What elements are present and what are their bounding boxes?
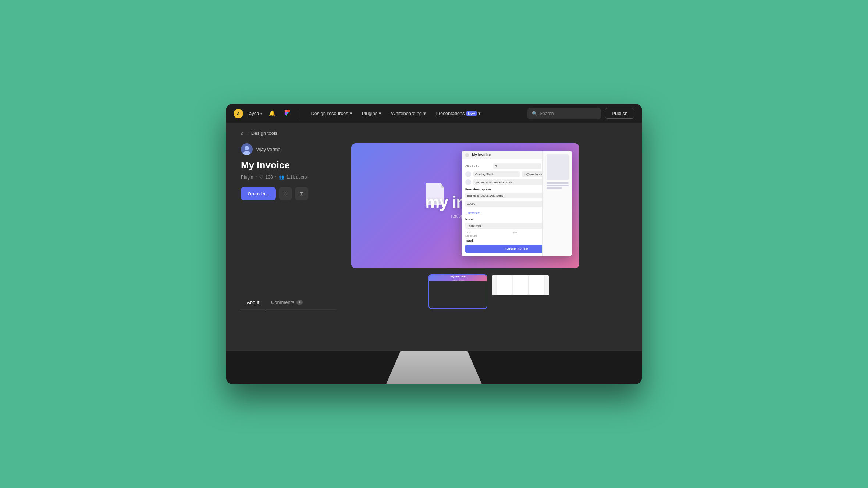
invoice-hash: $ (493, 163, 541, 169)
comments-badge: 4 (296, 300, 303, 305)
nav-link-presentations[interactable]: Presentations New ▾ (431, 108, 485, 118)
users-icon: 👥 (279, 175, 284, 180)
monitor-stand (386, 351, 482, 384)
address-icon (465, 179, 471, 185)
plugin-meta: Plugin • ♡ 108 • 👥 1.1k users (241, 175, 337, 180)
navbar: A ayca ▾ 🔔 Design resources ▾ (226, 104, 642, 123)
bookmark-button[interactable]: ⊞ (295, 187, 308, 200)
presentations-new-badge: New (466, 111, 477, 116)
invoice-content: Client Info $ Invoice # 93837 Overlay St… (462, 159, 572, 256)
username-chevron-icon: ▾ (260, 112, 262, 115)
design-resources-chevron-icon: ▾ (350, 111, 352, 116)
action-buttons: Open in... ♡ ⊞ (241, 187, 337, 200)
invoice-icon (465, 153, 469, 157)
thumbnail-1[interactable]: my invoice realog · vjy.me (428, 274, 487, 309)
client-info-label: Client Info (465, 165, 491, 168)
heart-icon: ♡ (259, 175, 263, 180)
meta-dot-2: • (275, 175, 277, 180)
whiteboarding-chevron-icon: ▾ (423, 111, 426, 116)
preview-line-1 (547, 182, 569, 184)
breadcrumb-current: Design tools (251, 130, 278, 136)
username-label[interactable]: ayca ▾ (249, 111, 262, 116)
svg-point-1 (245, 146, 249, 150)
thumb-card-1 (497, 275, 512, 295)
plugin-users: 1.1k users (287, 175, 307, 180)
company-icon (465, 171, 471, 177)
thumb-logo-sub: realog · vjy.me (450, 279, 465, 281)
invoice-preview-thumb (547, 154, 569, 180)
nav-link-plugins[interactable]: Plugins ▾ (357, 108, 386, 118)
search-box[interactable]: 🔍 Search (527, 108, 601, 119)
preview-line-3 (547, 187, 562, 189)
left-panel: vijay verma My Invoice Plugin • ♡ 108 • … (241, 143, 337, 310)
thumb-card-2 (513, 275, 528, 295)
author-avatar (241, 143, 253, 155)
main-layout: vijay verma My Invoice Plugin • ♡ 108 • … (241, 143, 627, 310)
preview-area: my invoice realog · vjy.me My Invoice ✕ (351, 143, 627, 309)
plugins-chevron-icon: ▾ (379, 111, 381, 116)
preview-line-2 (547, 185, 569, 186)
meta-dot-1: • (255, 175, 257, 180)
thumb-logo: my invoice (450, 275, 465, 278)
company-name: Overlay Studio (473, 171, 520, 177)
figma-icon (283, 110, 291, 118)
thumb-card-3 (529, 275, 544, 295)
thumb-1-content: my invoice realog · vjy.me (450, 275, 465, 281)
tax-label: Tax (465, 231, 470, 234)
tab-comments[interactable]: Comments 4 (265, 296, 309, 309)
plugin-type: Plugin (241, 175, 253, 180)
thumb-2-bg (492, 275, 549, 295)
item-name-field: Branding (Logos, App icons) (465, 193, 555, 198)
breadcrumb-home-icon[interactable]: ⌂ (241, 130, 244, 136)
discount-label: Discount (465, 234, 477, 237)
nav-link-design-resources[interactable]: Design resources ▾ (306, 108, 356, 118)
nav-link-whiteboarding[interactable]: Whiteboarding ▾ (387, 108, 430, 118)
nav-links: Design resources ▾ Plugins ▾ Whiteboardi… (306, 108, 522, 118)
avatar[interactable]: A (234, 109, 243, 118)
invoice-preview-side (542, 151, 572, 256)
tab-about[interactable]: About (241, 296, 265, 309)
tabs-row: About Comments 4 (241, 296, 337, 310)
nav-divider (299, 109, 299, 118)
presentations-chevron-icon: ▾ (478, 111, 481, 116)
plugin-title: My Invoice (241, 159, 337, 171)
favorite-button[interactable]: ♡ (279, 187, 292, 200)
author-name: vijay verma (256, 147, 281, 152)
breadcrumb-separator: › (247, 131, 248, 136)
thumb-1-bg: my invoice realog · vjy.me (429, 275, 487, 281)
thumbnail-2[interactable] (491, 274, 550, 309)
plugin-author: vijay verma (241, 143, 337, 155)
publish-button[interactable]: Publish (605, 108, 634, 119)
invoice-preview-lines (547, 182, 569, 189)
plugin-likes: 108 (266, 175, 273, 180)
main-preview: my invoice realog · vjy.me My Invoice ✕ (351, 143, 579, 268)
search-icon: 🔍 (532, 111, 537, 116)
add-item-button[interactable]: + New Item (465, 211, 480, 215)
content-area: ⌂ › Design tools (226, 123, 642, 351)
tax-pct: 5% (512, 231, 517, 234)
monitor-frame: A ayca ▾ 🔔 Design resources ▾ (226, 104, 642, 384)
invoice-title: My Invoice (472, 153, 491, 157)
monitor-screen: A ayca ▾ 🔔 Design resources ▾ (226, 104, 642, 351)
total-label: Total (465, 239, 473, 243)
nav-right: 🔍 Search Publish (527, 108, 634, 119)
thumbnails-row: my invoice realog · vjy.me (351, 274, 627, 309)
breadcrumb: ⌂ › Design tools (241, 130, 627, 136)
open-button[interactable]: Open in... (241, 187, 276, 200)
bell-icon[interactable]: 🔔 (269, 110, 276, 117)
invoice-mockup: My Invoice ✕ Client Info $ Invoice # (462, 151, 572, 256)
search-placeholder: Search (540, 111, 554, 116)
